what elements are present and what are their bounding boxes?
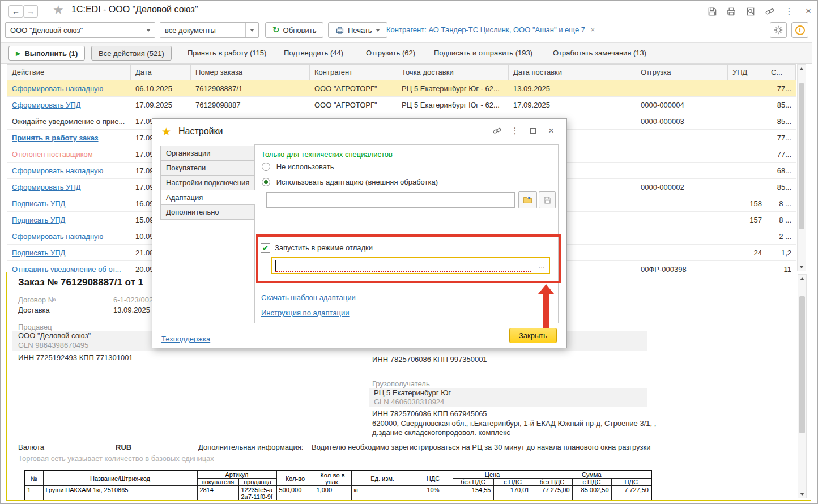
document-scrollbar[interactable] [798, 274, 807, 498]
cell-action: Отклонен поставщиком [7, 150, 131, 159]
info-button[interactable]: i [791, 22, 808, 38]
cell-action[interactable]: Сформировать накладную [7, 166, 131, 175]
col-shipment[interactable]: Отгрузка [636, 65, 728, 80]
radio-use-label: Использовать адаптацию (внешняя обработк… [276, 178, 438, 186]
cell-counterparty: ООО "АГРОТОРГ" [310, 84, 397, 93]
ith-article-buyer: покупателя [197, 479, 238, 486]
organization-dropdown-icon[interactable] [142, 23, 155, 37]
cell-action[interactable]: Сформировать УПД [7, 183, 131, 191]
radio-on-icon[interactable] [262, 178, 270, 186]
doc-scroll-down-icon[interactable] [798, 490, 806, 498]
forward-button[interactable]: → [23, 5, 38, 18]
spellcheck-underline [275, 271, 531, 272]
download-template-link[interactable]: Скачать шаблон адаптации [261, 293, 356, 302]
refresh-button[interactable]: ↻ Обновить [265, 22, 323, 38]
modal-close-button[interactable]: Закрыть [509, 328, 557, 343]
adaptation-manual-link[interactable]: Инструкция по адаптации [261, 309, 350, 317]
col-order-number[interactable]: Номер заказа [191, 65, 310, 80]
cell-sum: 85... [766, 183, 796, 191]
cell-action[interactable]: Принять в работу заказ [7, 134, 131, 142]
modal-tab-item[interactable]: Организации [160, 146, 255, 161]
col-date[interactable]: Дата [131, 65, 191, 80]
organization-select[interactable]: ООО "Деловой союз" [5, 22, 155, 38]
modal-link-icon[interactable] [489, 125, 504, 137]
print-icon[interactable] [725, 5, 738, 18]
col-upd[interactable]: УПД [728, 65, 766, 80]
document-filter-select[interactable]: все документы [160, 22, 259, 38]
preview-icon[interactable] [744, 5, 757, 18]
table-row[interactable]: Сформировать накладную06.10.202576129088… [7, 80, 796, 97]
modal-tab-item[interactable]: Настройки подключения [160, 175, 255, 190]
cell-action[interactable]: Сформировать накладную [7, 232, 131, 241]
modal-more-icon[interactable]: ⋮ [508, 125, 522, 137]
modal-maximize-icon[interactable] [526, 125, 540, 137]
scroll-up-icon[interactable] [798, 65, 806, 72]
all-actions-button[interactable]: Все действия (521) [91, 46, 172, 61]
scroll-down-icon[interactable] [798, 263, 806, 271]
document-scrollbar-thumb[interactable] [799, 296, 805, 433]
action-text-button[interactable]: Принять в работу (115) [188, 49, 266, 57]
get-link-icon[interactable] [763, 5, 777, 18]
item-price-novat: 154,55 [453, 486, 493, 501]
cell-action[interactable]: Подписать УПД [7, 216, 131, 224]
clear-filter-icon[interactable]: × [591, 25, 595, 34]
item-price-vat: 170,01 [493, 486, 532, 501]
cell-date: 06.10.2025 [131, 84, 191, 93]
more-menu-icon[interactable]: ⋮ [782, 5, 796, 18]
modal-star-icon[interactable]: ★ [161, 125, 171, 138]
col-counterparty[interactable]: Контрагент [310, 65, 397, 80]
item-vat: 10% [414, 486, 453, 501]
document-filter-dropdown-icon[interactable] [245, 23, 258, 37]
back-button[interactable]: ← [8, 5, 23, 18]
radio-use-adaptation[interactable]: Использовать адаптацию (внешняя обработк… [262, 178, 438, 186]
consignee-address2: д.здание складскогопродовол. комплекс [372, 428, 510, 437]
ith-article-seller: продавца [238, 479, 276, 486]
debug-path-input[interactable]: ... [271, 257, 550, 274]
radio-not-use-label: Не использовать [276, 163, 334, 171]
doc-scroll-up-icon[interactable] [798, 275, 806, 283]
orders-scrollbar[interactable] [797, 64, 806, 271]
debug-input-field[interactable] [272, 258, 534, 273]
cell-delivery-point: РЦ 5 Екатеринбург Юг - 62... [397, 101, 509, 109]
col-delivery-date[interactable]: Дата поставки [509, 65, 636, 80]
modal-tab-item[interactable]: Дополнительно [160, 204, 255, 220]
close-window-icon[interactable]: × [802, 5, 815, 18]
col-delivery-point[interactable]: Точка доставки [397, 65, 509, 80]
save-settings-button[interactable] [539, 191, 556, 208]
action-text-button[interactable]: Подтвердить (44) [284, 49, 343, 57]
radio-not-use[interactable]: Не использовать [262, 163, 334, 171]
counterparty-filter-link[interactable]: Контрагент: АО Тандер-ТС Цислинк, ООО "А… [386, 25, 585, 34]
refresh-label: Обновить [283, 26, 317, 35]
table-row[interactable]: Сформировать УПД17.09.202576129098887ООО… [7, 97, 796, 113]
cell-action[interactable]: Подписать УПД [7, 199, 131, 208]
cell-action[interactable]: Сформировать УПД [7, 101, 131, 109]
open-file-button[interactable] [518, 191, 537, 208]
checkbox-checked-icon[interactable]: ✔ [261, 243, 270, 253]
orders-table-header[interactable]: Действие Дата Номер заказа Контрагент То… [7, 64, 796, 80]
settings-gear-button[interactable] [770, 22, 787, 38]
seller-label: Продавец [18, 323, 52, 331]
red-arrow-annotation [538, 284, 554, 328]
adaptation-path-input[interactable] [266, 192, 515, 208]
save-icon[interactable] [705, 5, 719, 18]
modal-tab-item[interactable]: Покупатели [160, 160, 255, 176]
cell-action[interactable]: Подписать УПД [7, 249, 131, 257]
support-link[interactable]: Техподдержка [161, 335, 210, 343]
radio-off-icon[interactable] [262, 163, 270, 171]
debug-mode-checkbox[interactable]: ✔ Запустить в режиме отладки [261, 243, 373, 253]
col-sum[interactable]: С... [766, 65, 796, 80]
action-text-button[interactable]: Отгрузить (62) [366, 49, 415, 57]
modal-tab-active[interactable]: Адаптация [160, 190, 255, 205]
col-action[interactable]: Действие [7, 65, 131, 80]
cell-action[interactable]: Сформировать накладную [7, 84, 131, 93]
orders-scrollbar-thumb[interactable] [799, 83, 804, 229]
print-button[interactable]: Печать [328, 22, 387, 38]
print-label: Печать [348, 26, 372, 35]
execute-button[interactable]: ▶ Выполнить (1) [8, 46, 85, 61]
action-text-button[interactable]: Отработать замечания (13) [553, 49, 646, 57]
browse-ellipsis-button[interactable]: ... [534, 258, 549, 273]
printer-icon [335, 26, 344, 35]
action-text-button[interactable]: Подписать и отправить (193) [434, 49, 532, 57]
favorite-star-icon[interactable]: ★ [53, 3, 64, 18]
modal-close-icon[interactable]: × [544, 125, 559, 137]
